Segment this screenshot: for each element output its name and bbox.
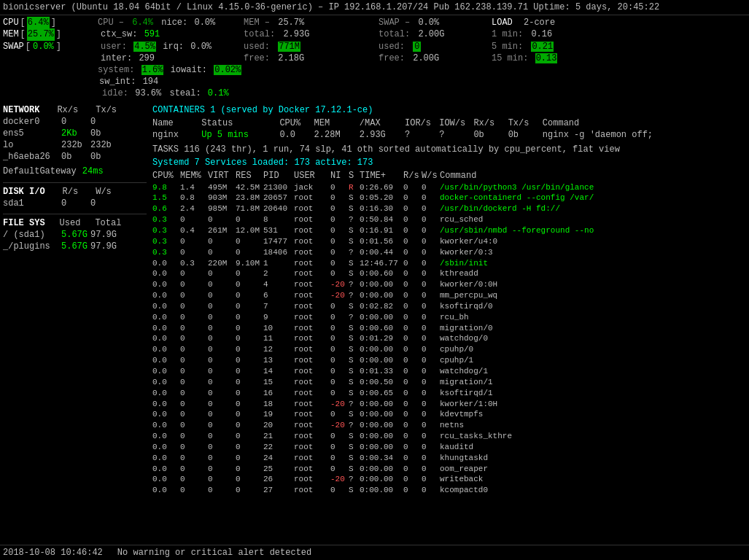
- filesystem-title: FILE SYS: [3, 217, 45, 229]
- process-table-section: CPU% MEM% VIRT RES PID USER NI S TIME+ R…: [152, 170, 746, 496]
- containers-title: CONTAINERS 1 (served by Docker 17.12.1-c…: [152, 104, 746, 116]
- systemd-text: Systemd 7 Services loaded: 173 active: 1…: [152, 158, 373, 168]
- process-row: 0.00.3220M9.10M1root0S12:46.7700/sbin/in…: [152, 258, 746, 269]
- process-row: 1.50.8903M23.8M20657root0S0:05.2000docke…: [152, 192, 746, 203]
- fs-used-label: Used: [60, 217, 81, 229]
- tasks-text: TASKS 116 (243 thr), 1 run, 74 slp, 41 o…: [152, 144, 620, 155]
- status-bar: 2018-10-08 10:46:42 No warning or critic…: [0, 545, 749, 560]
- process-row: 0.30.4261M12.0M531root0S0:16.9100/usr/sb…: [152, 225, 746, 236]
- process-row: 0.000027root0S0:00.0000kcompactd0: [152, 485, 746, 496]
- process-row: 0.62.4985M71.8M20640root0S0:16.3000/usr/…: [152, 203, 746, 214]
- process-row: 0.000013root0S0:00.0000cpuhp/1: [152, 355, 746, 366]
- mem-label-left: MEM: [3, 28, 19, 40]
- process-row: 0.000018root-20?0:00.0000kworker/1:0H: [152, 399, 746, 410]
- right-panel: CONTAINERS 1 (served by Docker 17.12.1-c…: [150, 101, 749, 497]
- process-table-header: CPU% MEM% VIRT RES PID USER NI S TIME+ R…: [152, 170, 746, 182]
- process-row: 0.000021root0S0:00.0000rcu_tasks_kthre: [152, 431, 746, 442]
- disk-r-label: R/s: [63, 186, 79, 198]
- network-interface-row: docker000: [3, 116, 147, 128]
- title-text: bionicserver (Ubuntu 18.04 64bit / Linux…: [3, 2, 659, 12]
- swap-percent: 0.0%: [32, 41, 55, 52]
- cpu-bar-visual: 6.4%: [132, 18, 158, 28]
- network-interface-row: lo232b232b: [3, 139, 147, 151]
- filesystem-list: / (sda1)5.67G97.9G_/plugins5.67G97.9G: [3, 229, 147, 252]
- process-row: 0.300018406root0?0:00.4400kworker/0:3: [152, 247, 746, 258]
- network-section: NETWORK Rx/s Tx/s docker000ens52Kb0blo23…: [3, 104, 147, 163]
- gateway-latency: 24ms: [82, 166, 104, 177]
- left-panel: NETWORK Rx/s Tx/s docker000ens52Kb0blo23…: [0, 101, 150, 497]
- disk-list: sda100: [3, 198, 147, 209]
- network-interface-row: _h6aeba260b0b: [3, 151, 147, 163]
- process-row: 0.300017477root0S0:01.5600kworker/u4:0: [152, 236, 746, 247]
- network-title: NETWORK: [3, 104, 39, 116]
- process-row: 0.000011root0S0:01.2900watchdog/0: [152, 333, 746, 344]
- disk-row: sda100: [3, 198, 147, 209]
- process-row: 0.000016root0S0:00.6500ksoftirqd/1: [152, 388, 746, 399]
- disk-io-section: DISK I/O R/s W/s sda100: [3, 186, 147, 209]
- process-row: 0.000026root-20?0:00.0000writeback: [152, 474, 746, 485]
- mem-section: MEM – 25.7% total: 2.93G used: 771M free…: [244, 17, 379, 99]
- process-row: 0.00006root-20?0:00.0000mm_percpu_wq: [152, 290, 746, 301]
- cpu-detail: CPU – 6.4% nice: 0.0% ctx_sw: 591 user: …: [98, 17, 244, 99]
- cpu-section: CPU [ 6.4% ] MEM [ 25.7% ] SWAP [ 0.0% ]: [3, 17, 98, 99]
- timestamp: 2018-10-08 10:46:42: [3, 547, 103, 559]
- disk-io-title: DISK I/O: [3, 186, 45, 198]
- process-row: 0.00007root0S0:02.8200ksoftirqd/0: [152, 301, 746, 312]
- process-row: 0.000014root0S0:01.3300watchdog/1: [152, 366, 746, 377]
- containers-header: Name Status CPU% MEM /MAX IOR/s IOW/s Rx…: [152, 117, 746, 129]
- status-message: No warning or critical alert detected: [117, 547, 311, 559]
- process-row: 9.81.4495M42.5M21300jack0R0:26.6900/usr/…: [152, 182, 746, 193]
- process-row: 0.000025root0S0:00.0000oom_reaper: [152, 464, 746, 475]
- default-gateway: DefaultGateway 24ms: [3, 166, 147, 177]
- process-row: 0.000020root-20?0:00.0000netns: [152, 420, 746, 431]
- rx-label: Rx/s: [57, 104, 78, 116]
- process-row: 0.000022root0S0:00.0000kauditd: [152, 442, 746, 453]
- process-row: 0.30008root0?0:50.8400rcu_sched: [152, 214, 746, 225]
- process-row: 0.000010root0S0:00.6000migration/0: [152, 323, 746, 334]
- swap-label-left: SWAP: [3, 41, 24, 52]
- container-row: nginx Up 5 mins 0.0 2.28M 2.93G ? ? 0b 0…: [152, 129, 746, 141]
- cpu-percent: 6.4%: [27, 17, 50, 28]
- network-interface-list: docker000ens52Kb0blo232b232b_h6aeba260b0…: [3, 116, 147, 163]
- process-list: 9.81.4495M42.5M21300jack0R0:26.6900/usr/…: [152, 182, 746, 496]
- filesystem-row: _/plugins5.67G97.9G: [3, 241, 147, 252]
- disk-w-label: W/s: [96, 186, 112, 198]
- network-interface-row: ens52Kb0b: [3, 128, 147, 139]
- load-section: LOAD 2-core 1 min: 0.16 5 min: 0.21 15 m…: [492, 17, 586, 99]
- tx-label: Tx/s: [96, 104, 117, 116]
- mem-percent: 25.7%: [27, 28, 55, 40]
- process-row: 0.00004root-20?0:00.0000kworker/0:0H: [152, 279, 746, 290]
- fs-total-label: Total: [95, 217, 121, 229]
- process-row: 0.000012root0S0:00.0000cpuhp/0: [152, 344, 746, 355]
- systemd-section: Systemd 7 Services loaded: 173 active: 1…: [152, 157, 746, 168]
- filesystem-section: FILE SYS Used Total / (sda1)5.67G97.9G_/…: [3, 217, 147, 253]
- title-bar: bionicserver (Ubuntu 18.04 64bit / Linux…: [0, 0, 749, 15]
- containers-section: CONTAINERS 1 (served by Docker 17.12.1-c…: [152, 104, 746, 141]
- cpu-label: CPU: [3, 17, 19, 28]
- filesystem-row: / (sda1)5.67G97.9G: [3, 229, 147, 241]
- process-row: 0.000015root0S0:00.5000migration/1: [152, 377, 746, 388]
- process-row: 0.000024root0S0:00.3400khungtaskd: [152, 453, 746, 464]
- gateway-label: DefaultGateway: [3, 166, 77, 177]
- process-row: 0.00009root0?0:00.0000rcu_bh: [152, 312, 746, 323]
- process-row: 0.00002root0S0:00.6000kthreadd: [152, 268, 746, 279]
- tasks-section: TASKS 116 (243 thr), 1 run, 74 slp, 41 o…: [152, 144, 746, 155]
- process-row: 0.000019root0S0:00.0000kdevtmpfs: [152, 409, 746, 420]
- swap-section: SWAP – 0.0% total: 2.00G used: 0 free: 2…: [379, 17, 492, 99]
